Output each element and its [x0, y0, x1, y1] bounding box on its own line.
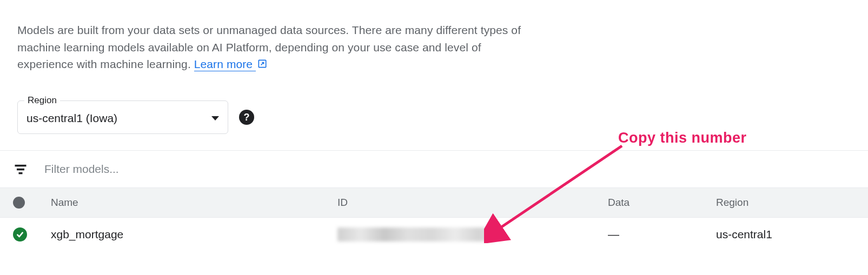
table-row[interactable]: xgb_mortgage — us-central1 — [0, 218, 868, 251]
column-header-id[interactable]: ID — [337, 197, 608, 209]
external-link-icon — [257, 57, 268, 74]
svg-rect-3 — [19, 172, 23, 175]
table-header-row: Name ID Data Region — [0, 188, 868, 218]
check-circle-icon — [13, 227, 27, 242]
blurred-id-value — [337, 227, 494, 242]
intro-section: Models are built from your data sets or … — [0, 0, 541, 90]
chevron-down-icon — [211, 116, 219, 120]
region-row: Region us-central1 (Iowa) ? — [0, 90, 868, 150]
help-icon[interactable]: ? — [239, 110, 254, 125]
filter-input[interactable] — [44, 163, 855, 176]
filter-icon[interactable] — [13, 162, 28, 177]
learn-more-label: Learn more — [194, 58, 253, 70]
svg-rect-1 — [15, 165, 26, 167]
region-field-label: Region — [24, 95, 60, 106]
learn-more-link[interactable]: Learn more — [194, 58, 256, 71]
column-header-name[interactable]: Name — [51, 197, 337, 209]
filter-bar — [0, 150, 868, 188]
intro-description: Models are built from your data sets or … — [17, 24, 521, 70]
row-region-cell: us-central1 — [716, 228, 855, 241]
row-id-cell — [337, 227, 608, 242]
column-header-region[interactable]: Region — [716, 197, 855, 209]
row-data-cell: — — [608, 228, 716, 241]
status-header-dot — [13, 197, 25, 209]
row-name-cell[interactable]: xgb_mortgage — [51, 228, 337, 241]
intro-text: Models are built from your data sets or … — [17, 22, 524, 73]
column-header-status — [13, 197, 51, 209]
region-select[interactable]: Region us-central1 (Iowa) — [17, 100, 228, 134]
svg-rect-2 — [17, 169, 24, 171]
column-header-data[interactable]: Data — [608, 197, 716, 209]
row-status-cell — [13, 227, 51, 242]
region-field-value: us-central1 (Iowa) — [26, 112, 117, 125]
